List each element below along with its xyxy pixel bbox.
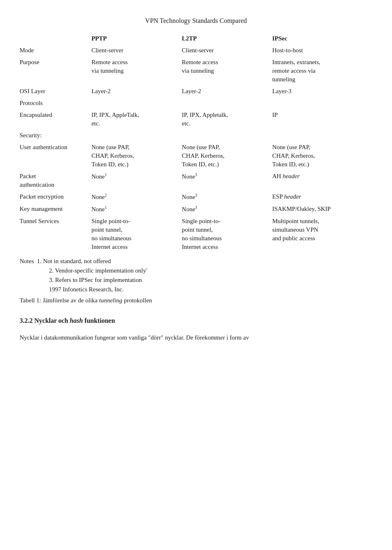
row-ipsec-protocols xyxy=(270,97,372,109)
note-3: 3. Refers to IPSec for implementation xyxy=(49,276,372,284)
row-l2tp-user-auth: None (use PAP,CHAP, Kerberos,Token ID, e… xyxy=(179,141,270,170)
row-ipsec-security xyxy=(270,130,372,141)
row-label-key-mgmt: Key management xyxy=(20,203,89,215)
row-ipsec-encapsulated: IP xyxy=(270,109,372,130)
row-pptp-osi: Layer-2 xyxy=(89,85,179,97)
table-row: OSI Layer Layer-2 Layer-2 Layer-3 xyxy=(20,85,372,97)
row-pptp-user-auth: None (use PAP,CHAP, Kerberos,Token ID, e… xyxy=(89,141,179,170)
col-header-pptp: PPTP xyxy=(89,33,179,45)
row-l2tp-encapsulated: IP, IPX, Appletalk,etc. xyxy=(179,109,270,130)
row-l2tp-security xyxy=(179,130,270,141)
row-l2tp-mode: Client-server xyxy=(179,45,270,56)
row-label-encapsulated: Encapsulated xyxy=(20,109,89,130)
note-copyright: 1997 Infonetics Research, Inc. xyxy=(49,285,372,294)
section-heading: 3.2.2 Nycklar och hash funktionen xyxy=(20,316,372,325)
row-l2tp-protocols xyxy=(179,97,270,109)
row-pptp-protocols xyxy=(89,97,179,109)
col-header-empty xyxy=(20,33,89,45)
table-row: Purpose Remote accessvia tunneling Remot… xyxy=(20,56,372,85)
row-l2tp-packet-enc: None3 xyxy=(179,191,270,203)
table-row: Security: xyxy=(20,130,372,141)
row-label-packet-enc: Packet encryption xyxy=(20,191,89,203)
table-row: Mode Client-server Client-server Host-to… xyxy=(20,45,372,56)
row-ipsec-packet-auth: AH header xyxy=(270,170,372,191)
table-row: User authentication None (use PAP,CHAP, … xyxy=(20,141,372,170)
row-l2tp-osi: Layer-2 xyxy=(179,85,270,97)
row-l2tp-packet-auth: None3 xyxy=(179,170,270,191)
table-row: Packetauthentication None1 None3 AH head… xyxy=(20,170,372,191)
row-pptp-packet-auth: None1 xyxy=(89,170,179,191)
table-row: Protocols xyxy=(20,97,372,109)
row-ipsec-key-mgmt: ISAKMP/Oakley, SKIP xyxy=(270,203,372,215)
row-label-mode: Mode xyxy=(20,45,89,56)
row-pptp-mode: Client-server xyxy=(89,45,179,56)
row-ipsec-packet-enc: ESP header xyxy=(270,191,372,203)
page-title: VPN Technology Standards Compared xyxy=(20,16,372,25)
row-ipsec-tunnel: Multipoint tunnels,simultaneous VPNand p… xyxy=(270,215,372,253)
heading-italic: hash xyxy=(70,317,83,324)
col-header-l2tp: L2TP xyxy=(179,33,270,45)
row-l2tp-purpose: Remote accessvia tunneling xyxy=(179,56,270,85)
notes-section: Notes 1. Not in standard, not offered 2.… xyxy=(20,257,372,294)
row-pptp-security xyxy=(89,130,179,141)
row-label-osi: OSI Layer xyxy=(20,85,89,97)
row-pptp-tunnel: Single point-to-point tunnel,no simultan… xyxy=(89,215,179,253)
row-ipsec-osi: Layer-3 xyxy=(270,85,372,97)
row-pptp-packet-enc: None2 xyxy=(89,191,179,203)
row-label-tunnel: Tunnel Services xyxy=(20,215,89,253)
col-header-ipsec: IPSec xyxy=(270,33,372,45)
row-ipsec-mode: Host-to-host xyxy=(270,45,372,56)
row-l2tp-tunnel: Single point-to-point tunnel,no simultan… xyxy=(179,215,270,253)
body-text: Nycklar i datakommunikation fungerar som… xyxy=(20,333,372,342)
notes-label: Notes 1. Not in standard, not offered xyxy=(20,257,372,266)
row-label-user-auth: User authentication xyxy=(20,141,89,170)
table-caption: Tabell 1: Jämförelse av de olika tunneli… xyxy=(20,296,372,305)
row-label-security: Security: xyxy=(20,130,89,141)
row-pptp-encapsulated: IP, IPX, AppleTalk,etc. xyxy=(89,109,179,130)
table-row: Tunnel Services Single point-to-point tu… xyxy=(20,215,372,253)
table-row: Key management None1 None3 ISAKMP/Oakley… xyxy=(20,203,372,215)
row-l2tp-key-mgmt: None3 xyxy=(179,203,270,215)
caption-italic: tunneling xyxy=(99,297,122,304)
table-row: Packet encryption None2 None3 ESP header xyxy=(20,191,372,203)
note-2: 2. Vendor-specific implementation only' xyxy=(49,266,372,275)
row-pptp-purpose: Remote accessvia tunneling xyxy=(89,56,179,85)
table-row: Encapsulated IP, IPX, AppleTalk,etc. IP,… xyxy=(20,109,372,130)
row-ipsec-purpose: Intranets, extranets,remote access viatu… xyxy=(270,56,372,85)
comparison-table: PPTP L2TP IPSec Mode Client-server Clien… xyxy=(20,33,372,253)
row-label-protocols: Protocols xyxy=(20,97,89,109)
row-pptp-key-mgmt: None1 xyxy=(89,203,179,215)
row-label-purpose: Purpose xyxy=(20,56,89,85)
row-label-packet-auth: Packetauthentication xyxy=(20,170,89,191)
row-ipsec-user-auth: None (use PAP,CHAP, Kerberos,Token ID, e… xyxy=(270,141,372,170)
